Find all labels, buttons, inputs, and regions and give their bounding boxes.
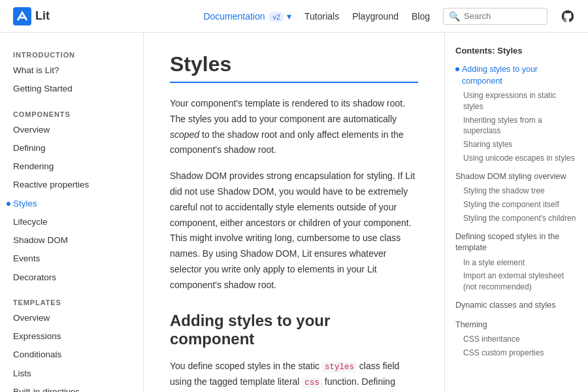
sidebar-section-templates: TEMPLATES Overview Expressions Condition…: [0, 293, 143, 392]
chevron-down-icon: ▾: [287, 11, 291, 22]
toc-subitem-style-element[interactable]: In a style element: [455, 256, 578, 270]
sidebar-item-what-is-lit[interactable]: What is Lit?: [0, 61, 143, 80]
sidebar-section-title-components: COMPONENTS: [0, 105, 143, 121]
lit-logo-icon: [13, 7, 31, 25]
logo[interactable]: Lit: [13, 7, 50, 25]
section1-paragraph: You define scoped styles in the static s…: [170, 359, 418, 392]
toc-subitem-unicode[interactable]: Using unicode escapes in styles: [455, 152, 578, 165]
sidebar-item-built-in-directives[interactable]: Built-in directives: [0, 383, 143, 392]
sidebar-item-overview[interactable]: Overview: [0, 121, 143, 139]
toc-subitem-css-custom-properties[interactable]: CSS custom properties: [455, 346, 578, 360]
sidebar-item-defining[interactable]: Defining: [0, 139, 143, 157]
toc-subitem-inheriting[interactable]: Inheriting styles from a superclass: [455, 114, 578, 139]
nav-blog[interactable]: Blog: [412, 11, 430, 22]
toc-subitem-component-children[interactable]: Styling the component's children: [455, 212, 578, 225]
sidebar-section-title-introduction: INTRODUCTION: [0, 46, 143, 61]
toc-subitem-sharing[interactable]: Sharing styles: [455, 138, 578, 152]
intro-paragraph-2: Shadow DOM provides strong encapsulation…: [170, 169, 418, 293]
toc-panel: Contents: Styles Adding styles to your c…: [444, 33, 588, 392]
sidebar-item-events[interactable]: Events: [0, 250, 143, 268]
toc-title: Contents: Styles: [455, 46, 578, 56]
toc-subitem-css-inheritance[interactable]: CSS inheritance: [455, 333, 578, 346]
page-title: Styles: [170, 52, 418, 76]
section1-heading: Adding styles to your component: [170, 312, 418, 348]
search-icon: 🔍: [449, 11, 460, 22]
toc-item-dynamic-classes[interactable]: Dynamic classes and styles: [455, 298, 578, 314]
toc-subitem-component-itself[interactable]: Styling the component itself: [455, 198, 578, 212]
sidebar-item-templates-overview[interactable]: Overview: [0, 309, 143, 327]
toc-subitem-external-stylesheet[interactable]: Import an external stylesheet (not recom…: [455, 269, 578, 294]
sidebar-item-decorators[interactable]: Decorators: [0, 269, 143, 287]
sidebar-item-shadow-dom[interactable]: Shadow DOM: [0, 231, 143, 250]
main-content: Styles Your component's template is rend…: [144, 33, 444, 392]
inline-code-css: css: [302, 378, 322, 388]
sidebar-item-styles[interactable]: Styles: [0, 195, 143, 213]
toc-subitem-expressions[interactable]: Using expressions in static styles: [455, 89, 578, 114]
sidebar-item-lifecycle[interactable]: Lifecycle: [0, 213, 143, 231]
version-badge: v2: [269, 12, 284, 22]
sidebar-item-reactive-properties[interactable]: Reactive properties: [0, 176, 143, 194]
title-divider: [170, 82, 418, 83]
sidebar-item-lists[interactable]: Lists: [0, 365, 143, 383]
logo-text: Lit: [35, 9, 50, 23]
nav-playground[interactable]: Playground: [352, 11, 399, 22]
sidebar-item-expressions[interactable]: Expressions: [0, 327, 143, 346]
header-nav: Documentation v2 ▾ Tutorials Playground …: [203, 8, 575, 25]
toc-item-defining-scoped[interactable]: Defining scoped styles in the template: [455, 229, 578, 256]
search-box[interactable]: 🔍: [443, 8, 547, 25]
toc-item-shadow-dom[interactable]: Shadow DOM styling overview: [455, 169, 578, 185]
sidebar-section-title-templates: TEMPLATES: [0, 293, 143, 309]
nav-tutorials[interactable]: Tutorials: [304, 11, 339, 22]
svg-rect-0: [13, 7, 31, 25]
sidebar-item-getting-started[interactable]: Getting Started: [0, 80, 143, 98]
github-icon[interactable]: [561, 9, 575, 24]
intro-paragraph-1: Your component's template is rendered to…: [170, 96, 418, 158]
sidebar: INTRODUCTION What is Lit? Getting Starte…: [0, 33, 144, 392]
inline-code-styles: styles: [322, 362, 357, 372]
nav-documentation[interactable]: Documentation v2 ▾: [203, 11, 291, 22]
header: Lit Documentation v2 ▾ Tutorials Playgro…: [0, 0, 588, 33]
toc-subitem-shadow-tree[interactable]: Styling the shadow tree: [455, 184, 578, 198]
toc-item-theming[interactable]: Theming: [455, 318, 578, 333]
sidebar-section-introduction: INTRODUCTION What is Lit? Getting Starte…: [0, 46, 143, 99]
sidebar-section-components: COMPONENTS Overview Defining Rendering R…: [0, 105, 143, 287]
toc-item-adding-styles[interactable]: Adding styles to your component: [455, 62, 578, 89]
sidebar-item-conditionals[interactable]: Conditionals: [0, 346, 143, 364]
sidebar-item-rendering[interactable]: Rendering: [0, 157, 143, 176]
layout: INTRODUCTION What is Lit? Getting Starte…: [0, 33, 588, 392]
search-input[interactable]: [464, 11, 542, 21]
